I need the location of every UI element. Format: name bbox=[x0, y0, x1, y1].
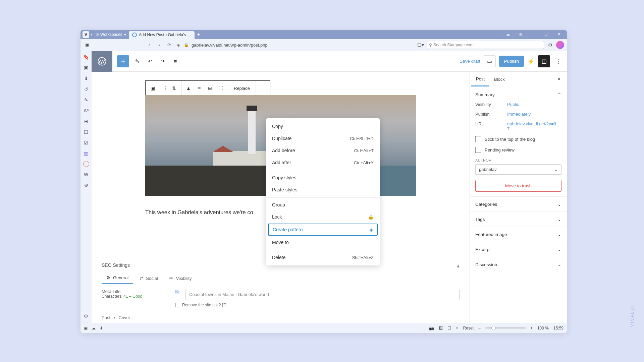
code-icon[interactable]: ‹› bbox=[456, 326, 459, 330]
breadcrumb-item[interactable]: Post bbox=[102, 315, 110, 320]
list-view-icon[interactable]: ≡ bbox=[171, 57, 180, 66]
trash-button[interactable]: Move to trash bbox=[475, 180, 561, 192]
menu-group[interactable]: Group bbox=[266, 199, 380, 211]
zoom-out-button[interactable]: − bbox=[478, 326, 481, 330]
lock-icon[interactable]: 🔒 bbox=[184, 43, 189, 47]
close-button[interactable]: ✕ bbox=[553, 30, 565, 39]
reset-zoom-button[interactable]: Reset bbox=[463, 326, 474, 330]
vivaldi-social-icon[interactable] bbox=[83, 161, 89, 167]
mastodon-icon[interactable]: ▥ bbox=[83, 150, 90, 157]
chevron-down-icon[interactable]: ⌄ bbox=[557, 201, 561, 207]
workspaces-button[interactable]: ≡ Workspaces ▾ bbox=[94, 31, 129, 38]
browser-tab[interactable]: Add New Post ‹ Gabriela's … bbox=[129, 31, 195, 39]
zoom-in-button[interactable]: + bbox=[530, 326, 533, 330]
add-panel-icon[interactable]: ⊕ bbox=[83, 182, 90, 188]
tasks-icon[interactable]: ☑ bbox=[83, 139, 90, 146]
chevron-down-icon[interactable]: ⌄ bbox=[557, 262, 561, 267]
seo-tab-social[interactable]: ⇄Social bbox=[135, 273, 162, 284]
replace-button[interactable]: Replace bbox=[230, 86, 254, 91]
translate-icon[interactable]: Aᵃ bbox=[83, 107, 90, 114]
meta-title-input[interactable]: Coastal towns in Maine | Gabriela's worl… bbox=[185, 289, 460, 300]
menu-move-to[interactable]: Move to bbox=[266, 236, 380, 248]
chevron-down-icon[interactable]: ⌄ bbox=[557, 247, 561, 252]
cloud-icon[interactable]: ☁ bbox=[502, 30, 514, 39]
visibility-link[interactable]: Public bbox=[507, 102, 519, 107]
image-icon[interactable]: 🖼 bbox=[439, 326, 443, 330]
preview-button[interactable]: ▭ bbox=[484, 55, 496, 67]
menu-copy-styles[interactable]: Copy styles bbox=[266, 172, 380, 184]
block-type-icon[interactable]: ▣ bbox=[147, 83, 158, 94]
trash-icon[interactable]: 🗑 bbox=[515, 30, 527, 39]
breadcrumb-item[interactable]: Cover bbox=[118, 315, 130, 320]
history-icon[interactable]: ↺ bbox=[83, 86, 90, 93]
stick-checkbox[interactable] bbox=[475, 136, 481, 142]
jetpack-icon[interactable]: ⚡ bbox=[527, 58, 535, 65]
menu-duplicate[interactable]: DuplicateCtrl+Shift+D bbox=[266, 132, 380, 144]
menu-paste-styles[interactable]: Paste styles bbox=[266, 184, 380, 196]
maximize-button[interactable]: ☐ bbox=[540, 30, 552, 39]
url-field[interactable]: gabrielav.vivaldi.net/wp-admin/post.php bbox=[192, 43, 268, 48]
download-icon[interactable]: ⬇ bbox=[100, 326, 103, 330]
position-icon[interactable]: ≡ bbox=[194, 83, 205, 94]
chevron-down-icon[interactable]: ⌄ bbox=[557, 232, 561, 237]
menu-lock[interactable]: Lock🔒 bbox=[266, 211, 380, 223]
menu-delete[interactable]: DeleteShift+Alt+Z bbox=[266, 251, 380, 263]
settings-icon[interactable]: ⚙ bbox=[83, 313, 90, 319]
extensions-icon[interactable]: ⚙ bbox=[546, 41, 554, 49]
url-link[interactable]: gabrielav.vivaldi.net/?p=87 bbox=[507, 121, 557, 131]
search-input[interactable]: ⚲ Search Startpage.com bbox=[427, 41, 544, 49]
zoom-slider[interactable] bbox=[485, 327, 526, 328]
notes-icon[interactable]: ✎ bbox=[83, 97, 90, 103]
tag-icon[interactable]: ⎘ bbox=[175, 289, 179, 295]
tab-block[interactable]: Block bbox=[489, 73, 509, 86]
menu-copy[interactable]: Copy bbox=[266, 120, 380, 132]
sessions-icon[interactable]: ☐ bbox=[83, 129, 90, 135]
grid-icon[interactable]: ⊞ bbox=[205, 83, 215, 94]
fullscreen-icon[interactable]: ⛶ bbox=[215, 83, 226, 94]
settings-toggle-button[interactable]: ◫ bbox=[538, 55, 550, 67]
undo-button[interactable]: ↶ bbox=[145, 57, 155, 66]
redo-button[interactable]: ↷ bbox=[158, 57, 167, 66]
tab-post[interactable]: Post bbox=[471, 72, 489, 86]
new-tab-button[interactable]: + bbox=[195, 32, 203, 38]
vivaldi-logo-icon[interactable]: V bbox=[83, 31, 89, 38]
menu-create-pattern[interactable]: Create pattern◈ bbox=[268, 224, 378, 236]
panel-toggle-icon[interactable]: ▣ bbox=[83, 41, 91, 49]
collapse-icon[interactable]: ▴ bbox=[457, 262, 460, 273]
seo-tab-visibility[interactable]: 👁Visibility bbox=[164, 273, 197, 284]
minimize-button[interactable]: — bbox=[527, 30, 539, 39]
author-select[interactable]: gabrielav⌄ bbox=[475, 164, 561, 175]
move-icon[interactable]: ⇅ bbox=[169, 83, 179, 94]
shield-icon[interactable]: ◈ bbox=[177, 43, 180, 47]
profile-avatar[interactable] bbox=[556, 41, 564, 49]
pending-checkbox[interactable] bbox=[475, 147, 481, 153]
checkbox[interactable] bbox=[175, 303, 180, 307]
bookmarks-icon[interactable]: 🔖 bbox=[83, 54, 90, 60]
sync-icon[interactable]: ▣ bbox=[84, 326, 88, 330]
bookmark-icon[interactable]: ☐▾ bbox=[417, 41, 425, 49]
reading-list-icon[interactable]: ▣ bbox=[83, 64, 90, 71]
chevron-down-icon[interactable]: ⌄ bbox=[557, 217, 561, 222]
add-block-button[interactable]: + bbox=[117, 55, 129, 67]
edit-tool-icon[interactable]: ✎ bbox=[132, 57, 142, 66]
options-icon[interactable]: ⋮ bbox=[553, 57, 563, 66]
window-icon[interactable]: ⊞ bbox=[83, 118, 90, 125]
save-draft-button[interactable]: Save draft bbox=[460, 59, 480, 64]
forward-button[interactable]: › bbox=[155, 41, 164, 49]
chevron-down-icon[interactable]: ▾ bbox=[91, 33, 92, 36]
drag-handle-icon[interactable]: ⋮⋮ bbox=[158, 83, 169, 94]
menu-add-before[interactable]: Add beforeCtrl+Alt+T bbox=[266, 144, 380, 157]
reload-button[interactable]: ⟳ bbox=[165, 41, 174, 49]
wordpress-logo-icon[interactable] bbox=[92, 51, 112, 72]
more-options-icon[interactable]: ⋮ bbox=[258, 83, 268, 94]
cloud-icon[interactable]: ☁ bbox=[92, 326, 96, 330]
wikipedia-icon[interactable]: W bbox=[83, 171, 90, 178]
seo-tab-general[interactable]: ⚙General bbox=[102, 273, 133, 284]
downloads-icon[interactable]: ⬇ bbox=[83, 75, 90, 82]
align-icon[interactable]: ▲ bbox=[183, 83, 194, 94]
menu-add-after[interactable]: Add afterCtrl+Alt+Y bbox=[266, 157, 380, 169]
camera-icon[interactable]: 📷 bbox=[429, 326, 434, 330]
close-sidebar-icon[interactable]: × bbox=[552, 76, 566, 83]
tile-icon[interactable]: ☐ bbox=[447, 326, 451, 330]
back-button[interactable]: ‹ bbox=[145, 41, 154, 49]
